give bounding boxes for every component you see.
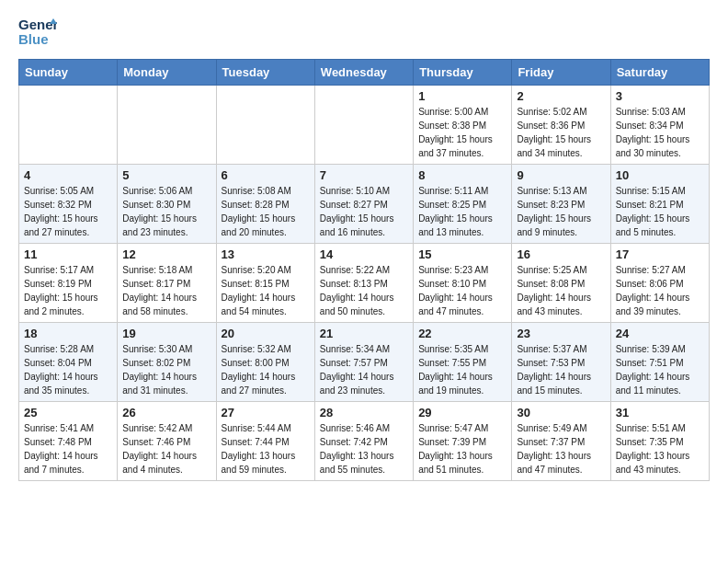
svg-text:Blue: Blue xyxy=(18,31,49,47)
calendar-cell: 16Sunrise: 5:25 AM Sunset: 8:08 PM Dayli… xyxy=(512,244,610,323)
calendar-cell: 12Sunrise: 5:18 AM Sunset: 8:17 PM Dayli… xyxy=(118,244,216,323)
calendar-cell: 17Sunrise: 5:27 AM Sunset: 8:06 PM Dayli… xyxy=(610,244,709,323)
day-number: 17 xyxy=(616,247,704,261)
day-info: Sunrise: 5:34 AM Sunset: 7:57 PM Dayligh… xyxy=(320,342,408,397)
calendar-cell: 4Sunrise: 5:05 AM Sunset: 8:32 PM Daylig… xyxy=(19,165,118,244)
day-info: Sunrise: 5:20 AM Sunset: 8:15 PM Dayligh… xyxy=(222,263,310,318)
day-info: Sunrise: 5:35 AM Sunset: 7:55 PM Dayligh… xyxy=(418,342,506,397)
day-info: Sunrise: 5:44 AM Sunset: 7:44 PM Dayligh… xyxy=(222,421,310,477)
calendar-cell: 15Sunrise: 5:23 AM Sunset: 8:10 PM Dayli… xyxy=(414,244,512,323)
calendar-week-5: 25Sunrise: 5:41 AM Sunset: 7:48 PM Dayli… xyxy=(19,402,710,481)
calendar-cell: 26Sunrise: 5:42 AM Sunset: 7:46 PM Dayli… xyxy=(118,402,216,481)
day-info: Sunrise: 5:13 AM Sunset: 8:23 PM Dayligh… xyxy=(517,184,605,239)
day-number: 31 xyxy=(616,406,704,419)
calendar-cell xyxy=(216,86,314,165)
logo-icon: General Blue xyxy=(18,15,57,48)
day-number: 19 xyxy=(122,327,210,340)
day-info: Sunrise: 5:27 AM Sunset: 8:06 PM Dayligh… xyxy=(616,263,704,318)
day-number: 16 xyxy=(517,247,605,261)
calendar-cell: 31Sunrise: 5:51 AM Sunset: 7:35 PM Dayli… xyxy=(610,402,709,481)
day-info: Sunrise: 5:03 AM Sunset: 8:34 PM Dayligh… xyxy=(616,105,704,160)
day-info: Sunrise: 5:46 AM Sunset: 7:42 PM Dayligh… xyxy=(320,421,408,477)
calendar-cell: 18Sunrise: 5:28 AM Sunset: 8:04 PM Dayli… xyxy=(19,323,118,402)
calendar-cell: 10Sunrise: 5:15 AM Sunset: 8:21 PM Dayli… xyxy=(610,165,709,244)
day-number: 14 xyxy=(320,247,408,261)
day-info: Sunrise: 5:05 AM Sunset: 8:32 PM Dayligh… xyxy=(24,184,112,239)
calendar-cell: 8Sunrise: 5:11 AM Sunset: 8:25 PM Daylig… xyxy=(414,165,512,244)
day-info: Sunrise: 5:25 AM Sunset: 8:08 PM Dayligh… xyxy=(517,263,605,318)
calendar-cell: 23Sunrise: 5:37 AM Sunset: 7:53 PM Dayli… xyxy=(512,323,610,402)
calendar-cell: 9Sunrise: 5:13 AM Sunset: 8:23 PM Daylig… xyxy=(512,165,610,244)
weekday-header-saturday: Saturday xyxy=(610,60,709,86)
page-header: General Blue xyxy=(18,15,710,48)
calendar-week-4: 18Sunrise: 5:28 AM Sunset: 8:04 PM Dayli… xyxy=(19,323,710,402)
calendar-week-3: 11Sunrise: 5:17 AM Sunset: 8:19 PM Dayli… xyxy=(19,244,710,323)
calendar-header-row: SundayMondayTuesdayWednesdayThursdayFrid… xyxy=(19,60,710,86)
day-info: Sunrise: 5:11 AM Sunset: 8:25 PM Dayligh… xyxy=(418,184,506,239)
day-number: 13 xyxy=(222,247,310,261)
day-number: 20 xyxy=(222,327,310,340)
day-info: Sunrise: 5:22 AM Sunset: 8:13 PM Dayligh… xyxy=(320,263,408,318)
day-info: Sunrise: 5:02 AM Sunset: 8:36 PM Dayligh… xyxy=(517,105,605,160)
weekday-header-friday: Friday xyxy=(512,60,610,86)
day-number: 2 xyxy=(517,89,605,103)
day-info: Sunrise: 5:47 AM Sunset: 7:39 PM Dayligh… xyxy=(418,421,506,477)
calendar-cell: 22Sunrise: 5:35 AM Sunset: 7:55 PM Dayli… xyxy=(414,323,512,402)
day-number: 1 xyxy=(418,89,506,103)
day-number: 5 xyxy=(122,168,210,182)
calendar-cell: 25Sunrise: 5:41 AM Sunset: 7:48 PM Dayli… xyxy=(19,402,118,481)
calendar-cell: 19Sunrise: 5:30 AM Sunset: 8:02 PM Dayli… xyxy=(118,323,216,402)
calendar-cell xyxy=(118,86,216,165)
day-info: Sunrise: 5:30 AM Sunset: 8:02 PM Dayligh… xyxy=(122,342,210,397)
day-info: Sunrise: 5:41 AM Sunset: 7:48 PM Dayligh… xyxy=(24,421,112,477)
calendar-cell xyxy=(19,86,118,165)
day-number: 9 xyxy=(517,168,605,182)
day-number: 6 xyxy=(222,168,310,182)
day-number: 29 xyxy=(418,406,506,419)
day-number: 7 xyxy=(320,168,408,182)
svg-text:General: General xyxy=(18,17,57,32)
calendar-week-2: 4Sunrise: 5:05 AM Sunset: 8:32 PM Daylig… xyxy=(19,165,710,244)
calendar-table: SundayMondayTuesdayWednesdayThursdayFrid… xyxy=(18,59,710,481)
calendar-cell: 21Sunrise: 5:34 AM Sunset: 7:57 PM Dayli… xyxy=(314,323,413,402)
day-info: Sunrise: 5:08 AM Sunset: 8:28 PM Dayligh… xyxy=(222,184,310,239)
day-number: 10 xyxy=(616,168,704,182)
day-number: 11 xyxy=(24,247,112,261)
calendar-cell: 6Sunrise: 5:08 AM Sunset: 8:28 PM Daylig… xyxy=(216,165,314,244)
day-number: 22 xyxy=(418,327,506,340)
calendar-cell: 28Sunrise: 5:46 AM Sunset: 7:42 PM Dayli… xyxy=(314,402,413,481)
calendar-cell: 2Sunrise: 5:02 AM Sunset: 8:36 PM Daylig… xyxy=(512,86,610,165)
day-number: 15 xyxy=(418,247,506,261)
day-info: Sunrise: 5:18 AM Sunset: 8:17 PM Dayligh… xyxy=(122,263,210,318)
day-number: 12 xyxy=(122,247,210,261)
day-number: 3 xyxy=(616,89,704,103)
calendar-cell: 29Sunrise: 5:47 AM Sunset: 7:39 PM Dayli… xyxy=(414,402,512,481)
calendar-cell: 5Sunrise: 5:06 AM Sunset: 8:30 PM Daylig… xyxy=(118,165,216,244)
day-number: 18 xyxy=(24,327,112,340)
logo: General Blue xyxy=(18,15,57,48)
calendar-cell: 11Sunrise: 5:17 AM Sunset: 8:19 PM Dayli… xyxy=(19,244,118,323)
calendar-cell: 27Sunrise: 5:44 AM Sunset: 7:44 PM Dayli… xyxy=(216,402,314,481)
day-number: 4 xyxy=(24,168,112,182)
calendar-cell: 14Sunrise: 5:22 AM Sunset: 8:13 PM Dayli… xyxy=(314,244,413,323)
day-info: Sunrise: 5:32 AM Sunset: 8:00 PM Dayligh… xyxy=(222,342,310,397)
day-number: 8 xyxy=(418,168,506,182)
calendar-cell: 7Sunrise: 5:10 AM Sunset: 8:27 PM Daylig… xyxy=(314,165,413,244)
day-number: 25 xyxy=(24,406,112,419)
calendar-week-1: 1Sunrise: 5:00 AM Sunset: 8:38 PM Daylig… xyxy=(19,86,710,165)
day-number: 28 xyxy=(320,406,408,419)
weekday-header-wednesday: Wednesday xyxy=(314,60,413,86)
calendar-cell: 3Sunrise: 5:03 AM Sunset: 8:34 PM Daylig… xyxy=(610,86,709,165)
day-info: Sunrise: 5:06 AM Sunset: 8:30 PM Dayligh… xyxy=(122,184,210,239)
day-number: 21 xyxy=(320,327,408,340)
weekday-header-sunday: Sunday xyxy=(19,60,118,86)
calendar-cell xyxy=(314,86,413,165)
day-info: Sunrise: 5:39 AM Sunset: 7:51 PM Dayligh… xyxy=(616,342,704,397)
day-number: 23 xyxy=(517,327,605,340)
weekday-header-monday: Monday xyxy=(118,60,216,86)
day-info: Sunrise: 5:42 AM Sunset: 7:46 PM Dayligh… xyxy=(122,421,210,477)
day-info: Sunrise: 5:15 AM Sunset: 8:21 PM Dayligh… xyxy=(616,184,704,239)
calendar-cell: 30Sunrise: 5:49 AM Sunset: 7:37 PM Dayli… xyxy=(512,402,610,481)
day-number: 24 xyxy=(616,327,704,340)
day-info: Sunrise: 5:17 AM Sunset: 8:19 PM Dayligh… xyxy=(24,263,112,318)
